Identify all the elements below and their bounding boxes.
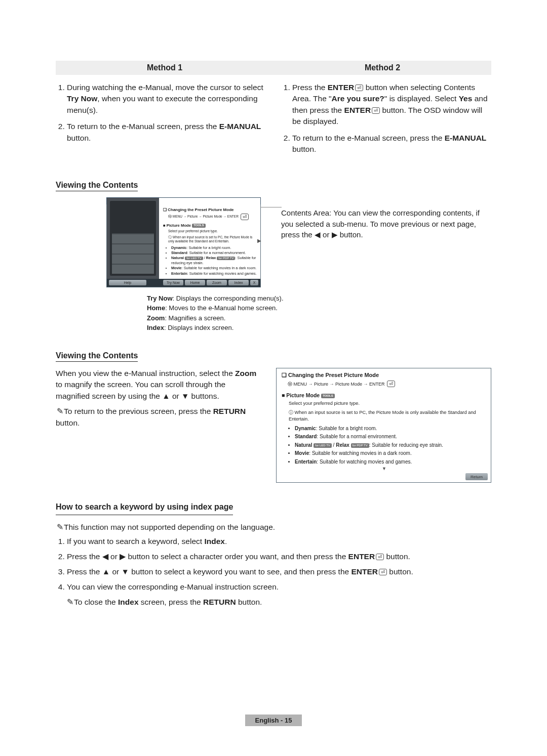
text: To return to the previous screen, press …: [64, 407, 213, 415]
text: Movie: [295, 450, 309, 456]
panel-title: ❏ Changing the Preset Picture Mode: [282, 371, 487, 380]
thumbnail-strip: [107, 198, 159, 279]
text: : Displays the corresponding menu(s).: [173, 295, 284, 302]
enter-icon: [240, 215, 249, 218]
viewing-contents-1: Viewing the Contents Basic Features > Ch…: [56, 181, 491, 333]
section-title: How to search a keyword by using index p…: [56, 501, 233, 515]
idx-step1: If you want to search a keyword, select …: [67, 535, 491, 548]
text: Dynamic: [295, 426, 316, 431]
screenshot-1: Basic Features > Changing the Preset Pic…: [106, 197, 261, 287]
return-button[interactable]: Return: [465, 473, 488, 480]
text: Zoom: [147, 314, 165, 322]
idx-step2: Press the ◀ or ▶ button to select a char…: [67, 551, 491, 563]
idx-step4: You can view the corresponding e-Manual …: [67, 581, 491, 593]
page-footer: English - 15: [56, 715, 491, 726]
note-icon: ✎: [66, 596, 74, 608]
text: : Suitable for a bright room.: [316, 426, 377, 431]
section-title: Viewing the Contents: [56, 181, 138, 191]
menu-path: Ⓜ MENU → Picture → Picture Mode → ENTER: [168, 214, 257, 220]
text: : Suitable for watching movies and games…: [187, 271, 257, 276]
note: ⓘ When an input source is set to PC, the…: [168, 235, 257, 244]
text: Try Now: [147, 295, 173, 302]
method2-header: Method 2: [274, 61, 491, 75]
enter-label: ENTER: [348, 552, 375, 561]
pdp-badge: for PDP TV: [351, 443, 369, 448]
zoom-button[interactable]: Zoom: [207, 280, 227, 285]
text: Picture Mode: [167, 223, 191, 228]
picture-mode-heading: ■ Picture Mode TOOLS: [163, 223, 257, 228]
text: Relax: [336, 442, 349, 448]
text: During watching the e-Manual, move the c…: [67, 83, 263, 92]
text: Entertain: [295, 459, 317, 465]
try-now-button[interactable]: Try Now: [163, 280, 183, 285]
emanual-label: E-MANUAL: [219, 122, 261, 131]
list-item: Entertain: Suitable for watching movies …: [295, 458, 487, 466]
scroll-down-icon: ▼: [282, 466, 487, 472]
m2-step2: To return to the e-Manual screen, press …: [292, 133, 491, 155]
text: Standard: [295, 434, 317, 439]
zoom-description: When you view the e-Manual instruction, …: [56, 368, 261, 483]
button-legend: Try Now: Displays the corresponding menu…: [56, 293, 491, 333]
screenshot-2: ❏ Changing the Preset Picture Mode Ⓜ MEN…: [276, 368, 491, 483]
enter-icon: [354, 83, 363, 92]
m1-step1: During watching the e-Manual, move the c…: [67, 82, 266, 116]
text: : Suitable for a bright room.: [186, 245, 231, 250]
close-button[interactable]: X: [250, 280, 258, 285]
bottom-bar: Help Try Now Home Zoom Index X: [107, 279, 260, 287]
index-label: Index: [204, 537, 224, 545]
index-label: Index: [118, 598, 138, 606]
note-icon: ✎: [56, 521, 64, 533]
text: Index: [147, 324, 164, 331]
home-button[interactable]: Home: [185, 280, 205, 285]
m1-step2: To return to the e-Manual screen, press …: [67, 121, 266, 144]
page-number: English - 15: [245, 715, 302, 726]
methods-header: Method 1 Method 2: [56, 61, 491, 75]
text: button.: [236, 598, 262, 606]
are-you-sure-label: Are you sure?: [332, 94, 384, 103]
enter-label: ENTER: [328, 83, 355, 92]
text: When you view the e-Manual instruction, …: [56, 369, 235, 377]
text: To return to the e-Manual screen, press …: [292, 134, 445, 142]
text: : Moves to the e-Manual home screen.: [165, 304, 278, 312]
panel-title: ❏ Changing the Preset Picture Mode: [163, 207, 257, 213]
index-search-section: How to search a keyword by using index p…: [56, 501, 491, 608]
text: : Suitable for watching movies in a dark…: [309, 450, 411, 456]
index-button[interactable]: Index: [228, 280, 249, 285]
idx-step3: Press the ▲ or ▼ button to select a keyw…: [67, 566, 491, 578]
note: ⓘ When an input source is set to PC, the…: [289, 409, 487, 423]
picture-mode-heading: ■ Picture Mode TOOLS: [282, 392, 487, 399]
list-item: Movie: Suitable for watching movies in a…: [171, 266, 257, 270]
text: screen, press the: [139, 598, 204, 606]
text: MENU → Picture → Picture Mode → ENTER: [173, 215, 239, 218]
text: Movie: [171, 266, 182, 270]
list-item: Standard: Suitable for a normal environm…: [171, 250, 257, 255]
text: button.: [292, 145, 316, 153]
text: " is displayed. Select: [384, 94, 459, 103]
led-badge: for LED TV: [185, 257, 203, 261]
text: button.: [56, 418, 80, 427]
text: : Displays index screen.: [164, 324, 233, 331]
method1-header: Method 1: [56, 61, 274, 75]
menu-path: Ⓜ MENU → Picture → Picture Mode → ENTER: [288, 381, 487, 388]
text: Natural: [295, 442, 312, 448]
text: to magnify the screen. You can scroll th…: [56, 380, 225, 400]
enter-icon: [375, 552, 384, 561]
list-item: Entertain: Suitable for watching movies …: [171, 271, 257, 276]
enter-icon: [371, 106, 380, 114]
methods-body: During watching the e-Manual, move the c…: [56, 82, 491, 160]
menu-icon: Ⓜ: [288, 381, 292, 386]
text: Entertain: [171, 271, 187, 276]
text: Standard: [171, 250, 187, 255]
text: button.: [67, 134, 91, 142]
list-item: Movie: Suitable for watching movies in a…: [295, 450, 487, 457]
zoom-label: Zoom: [235, 369, 256, 377]
next-page-icon: ▶: [257, 237, 261, 244]
note-icon: ✎: [56, 406, 64, 417]
text: Natural: [171, 256, 184, 260]
help-button[interactable]: Help: [109, 280, 146, 285]
method1-column: During watching the e-Manual, move the c…: [56, 82, 266, 160]
note-icon: ⓘ: [289, 410, 293, 415]
menu-icon: Ⓜ: [168, 215, 172, 218]
list-item: Dynamic: Suitable for a bright room.: [171, 245, 257, 250]
enter-label: ENTER: [344, 106, 371, 114]
